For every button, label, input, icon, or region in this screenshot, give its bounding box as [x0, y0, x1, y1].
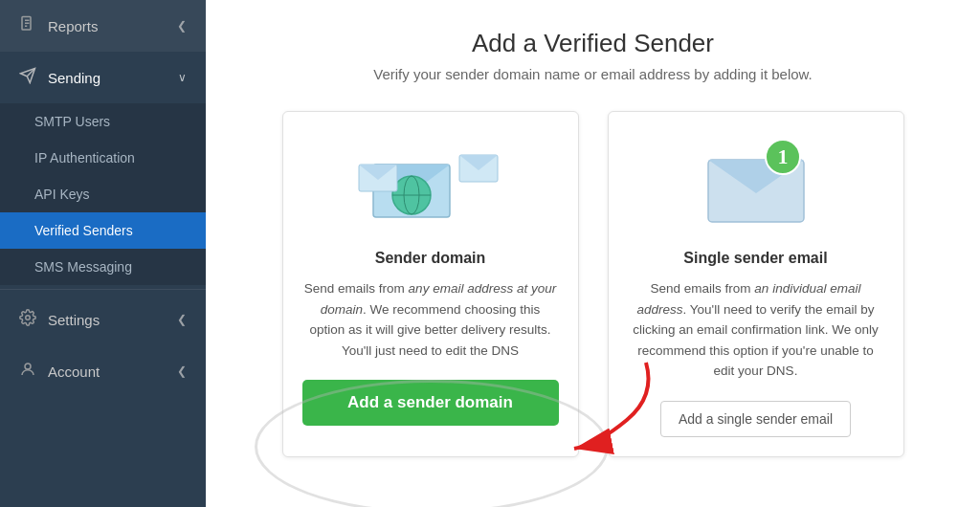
reports-icon	[19, 15, 36, 36]
account-icon	[19, 361, 36, 382]
sidebar-submenu: SMTP Users IP Authentication API Keys Ve…	[0, 103, 206, 285]
svg-text:1: 1	[777, 144, 788, 168]
page-title: Add a Verified Sender	[244, 29, 942, 58]
ip-auth-label: IP Authentication	[34, 150, 135, 165]
smtp-users-label: SMTP Users	[34, 114, 110, 129]
add-single-sender-button[interactable]: Add a single sender email	[660, 401, 851, 437]
sender-domain-title: Sender domain	[302, 250, 559, 267]
chevron-reports: ❮	[177, 19, 187, 33]
divider-1	[0, 289, 206, 290]
sidebar-item-reports[interactable]: Reports ❮	[0, 0, 206, 52]
sidebar-label-sending: Sending	[48, 70, 100, 86]
sidebar-item-smtp-users[interactable]: SMTP Users	[0, 103, 206, 140]
svg-point-6	[26, 316, 31, 320]
cards-container: Sender domain Send emails from any email…	[244, 111, 942, 457]
single-sender-illustration: 1	[699, 136, 813, 231]
settings-label: Settings	[48, 312, 100, 328]
verified-senders-label: Verified Senders	[34, 223, 133, 238]
sidebar-item-ip-authentication[interactable]: IP Authentication	[0, 140, 206, 176]
chevron-account: ❮	[177, 364, 187, 378]
single-sender-title: Single sender email	[628, 250, 884, 267]
single-sender-card: 1 Single sender email Send emails from a…	[608, 111, 904, 457]
chevron-settings: ❮	[177, 313, 187, 326]
add-sender-domain-button[interactable]: Add a sender domain	[302, 380, 559, 426]
chevron-sending: ∨	[178, 71, 187, 84]
sender-domain-illustration	[354, 136, 507, 231]
sending-icon	[19, 67, 36, 88]
svg-point-7	[25, 364, 31, 369]
single-sender-image: 1	[628, 131, 884, 236]
page-subtitle: Verify your sender domain name or email …	[244, 66, 942, 82]
sidebar-item-settings[interactable]: Settings ❮	[0, 294, 206, 345]
sms-messaging-label: SMS Messaging	[34, 259, 132, 275]
single-sender-description: Send emails from an individual email add…	[628, 278, 884, 382]
api-keys-label: API Keys	[34, 187, 90, 202]
sidebar-label-reports: Reports	[48, 18, 99, 34]
sidebar-item-account[interactable]: Account ❮	[0, 345, 206, 397]
sender-domain-card: Sender domain Send emails from any email…	[282, 111, 579, 457]
settings-icon	[19, 309, 36, 330]
main-content: Add a Verified Sender Verify your sender…	[206, 0, 980, 507]
sender-domain-description: Send emails from any email address at yo…	[302, 278, 559, 361]
sidebar: Reports ❮ Sending ∨ SMTP Users IP Authen…	[0, 0, 206, 507]
sender-domain-image	[302, 131, 559, 236]
sidebar-item-sms-messaging[interactable]: SMS Messaging	[0, 249, 206, 285]
sidebar-item-sending[interactable]: Sending ∨	[0, 52, 206, 103]
sidebar-item-api-keys[interactable]: API Keys	[0, 176, 206, 212]
account-label: Account	[48, 364, 100, 380]
sidebar-item-verified-senders[interactable]: Verified Senders	[0, 212, 206, 249]
